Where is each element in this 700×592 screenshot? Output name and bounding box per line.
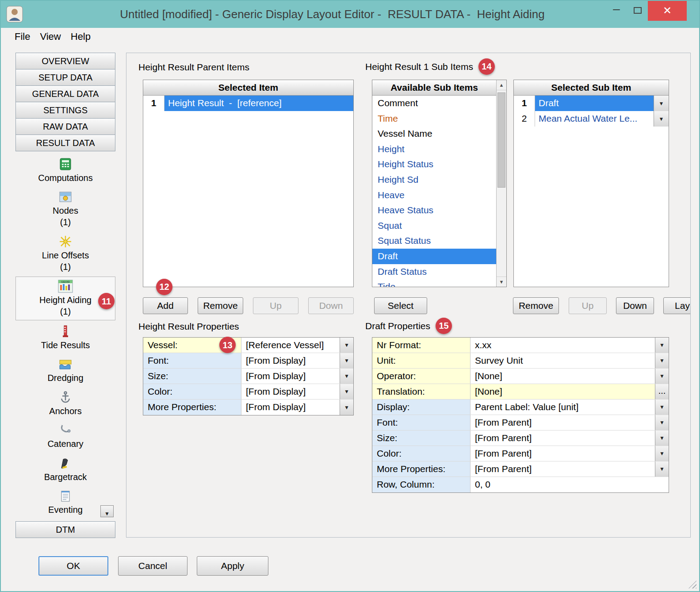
annotation-badge-11: 11 xyxy=(98,293,115,309)
dropdown-button[interactable] xyxy=(654,96,669,111)
tree-item-line-offsets[interactable]: Line Offsets (1) xyxy=(15,232,115,275)
down-sub-button[interactable]: Down xyxy=(616,297,654,314)
table-row[interactable]: 2 Mean Actual Water Le... xyxy=(514,111,669,127)
select-button[interactable]: Select xyxy=(374,297,427,314)
list-item[interactable]: Heave Status xyxy=(372,203,496,218)
row-value[interactable]: Mean Actual Water Le... xyxy=(535,111,654,127)
list-item-selected[interactable]: Draft xyxy=(372,249,496,264)
tree-item-eventing[interactable]: Eventing xyxy=(15,487,115,518)
remove-sub-button[interactable]: Remove xyxy=(513,297,559,314)
up-sub-button[interactable]: Up xyxy=(569,297,607,314)
dropdown-button[interactable] xyxy=(655,446,669,461)
add-button[interactable]: Add xyxy=(143,297,188,314)
layout-button[interactable]: Lay xyxy=(663,297,691,314)
scrollbar[interactable]: ▲ ▼ xyxy=(496,80,506,287)
sidebar-item-result-data[interactable]: RESULT DATA xyxy=(15,135,115,151)
dropdown-button[interactable] xyxy=(655,400,669,415)
tree-item-dredging[interactable]: Dredging xyxy=(15,355,115,386)
property-value[interactable]: Parent Label: Value [unit] xyxy=(470,400,655,415)
property-value[interactable]: [None] xyxy=(470,384,655,399)
dropdown-button[interactable] xyxy=(655,431,669,446)
dropdown-button[interactable] xyxy=(655,369,669,384)
cancel-button[interactable]: Cancel xyxy=(118,556,187,576)
apply-button[interactable]: Apply xyxy=(197,556,268,576)
window-title: Untitled [modified] - Generic Display La… xyxy=(54,8,611,21)
tree-item-catenary[interactable]: Catenary xyxy=(15,421,115,452)
property-value[interactable]: x.xx xyxy=(470,338,655,353)
property-row-font: Font: [From Display] xyxy=(143,353,353,369)
list-item[interactable]: Height Sd xyxy=(372,172,496,188)
property-value[interactable]: [Reference Vessel] xyxy=(241,338,340,353)
dropdown-button[interactable] xyxy=(340,353,353,368)
scroll-up-icon[interactable]: ▲ xyxy=(497,80,506,90)
tree-scroll-down-button[interactable] xyxy=(100,505,114,517)
tree-item-nodes[interactable]: Nodes (1) xyxy=(15,188,115,231)
sidebar-item-overview[interactable]: OVERVIEW xyxy=(15,53,115,69)
list-item[interactable]: Squat Status xyxy=(372,233,496,249)
property-value[interactable]: 0, 0 xyxy=(470,477,669,492)
tree-item-bargetrack[interactable]: Bargetrack xyxy=(15,454,115,485)
tree-item-computations[interactable]: Computations xyxy=(15,155,115,186)
row-value[interactable]: Draft xyxy=(535,96,654,111)
menu-help[interactable]: Help xyxy=(66,31,96,42)
table-row[interactable]: 1 Draft xyxy=(514,96,669,111)
sidebar-item-general-data[interactable]: GENERAL DATA xyxy=(15,85,115,102)
list-item[interactable]: Height xyxy=(372,142,496,157)
list-item[interactable]: Draft Status xyxy=(372,264,496,280)
dropdown-button[interactable] xyxy=(340,400,353,415)
property-label: Translation: xyxy=(372,384,470,399)
ok-button[interactable]: OK xyxy=(38,556,108,576)
property-value[interactable]: [From Display] xyxy=(241,384,340,399)
list-item[interactable]: Time xyxy=(372,111,496,127)
minimize-button[interactable]: – xyxy=(607,1,626,21)
tree-item-height-aiding[interactable]: GEOID Height Aiding (1) 11 xyxy=(15,277,115,320)
property-value[interactable]: [From Parent] xyxy=(470,415,655,430)
list-item[interactable]: Vessel Name xyxy=(372,126,496,142)
tree-item-tide-results[interactable]: Tide Results xyxy=(15,322,115,354)
up-button[interactable]: Up xyxy=(253,297,298,314)
maximize-button[interactable] xyxy=(628,1,647,21)
resize-grip[interactable] xyxy=(689,580,696,588)
property-value[interactable]: [From Display] xyxy=(241,369,340,384)
property-row-more-properties: More Properties: [From Parent] xyxy=(372,461,669,477)
menu-view[interactable]: View xyxy=(35,31,65,42)
scroll-down-icon[interactable]: ▼ xyxy=(497,277,506,287)
dropdown-button[interactable] xyxy=(654,111,669,127)
property-value[interactable]: [From Parent] xyxy=(470,446,655,461)
menu-file[interactable]: File xyxy=(10,31,35,42)
scrollbar-thumb[interactable] xyxy=(497,92,505,188)
down-button[interactable]: Down xyxy=(308,297,354,314)
sidebar-item-dtm[interactable]: DTM xyxy=(15,521,115,538)
parent-items-header: Selected Item xyxy=(143,80,353,96)
table-row[interactable]: 1 Height Result - [reference] xyxy=(143,96,353,111)
list-item[interactable]: Height Status xyxy=(372,157,496,172)
section-title-text: Height Result 1 Sub Items xyxy=(365,62,473,72)
dropdown-button[interactable] xyxy=(655,461,669,477)
list-item[interactable]: Tide xyxy=(372,279,496,287)
tree-item-anchors[interactable]: Anchors xyxy=(15,388,115,419)
property-value[interactable]: [From Display] xyxy=(241,400,340,415)
sidebar-item-settings[interactable]: SETTINGS xyxy=(15,102,115,119)
dropdown-button[interactable] xyxy=(655,353,669,368)
sidebar-item-setup-data[interactable]: SETUP DATA xyxy=(15,69,115,86)
property-value[interactable]: [From Display] xyxy=(241,353,340,368)
list-item[interactable]: Heave xyxy=(372,188,496,203)
dropdown-button[interactable] xyxy=(655,338,669,353)
property-value[interactable]: [None] xyxy=(470,369,655,384)
ellipsis-button[interactable]: ... xyxy=(655,384,669,399)
property-value[interactable]: [From Parent] xyxy=(470,461,655,477)
list-item[interactable]: Squat xyxy=(372,218,496,234)
list-item[interactable]: Comment xyxy=(372,96,496,111)
property-value[interactable]: Survey Unit xyxy=(470,353,655,368)
property-row-vessel: Vessel: 13 [Reference Vessel] xyxy=(143,338,353,353)
sidebar-item-raw-data[interactable]: RAW DATA xyxy=(15,118,115,135)
dropdown-button[interactable] xyxy=(340,338,353,353)
property-row-font: Font: [From Parent] xyxy=(372,415,669,431)
dropdown-button[interactable] xyxy=(340,369,353,384)
dropdown-button[interactable] xyxy=(340,384,353,399)
row-value[interactable]: Height Result - [reference] xyxy=(164,96,353,111)
remove-button[interactable]: Remove xyxy=(198,297,243,314)
dropdown-button[interactable] xyxy=(655,415,669,430)
property-value[interactable]: [From Parent] xyxy=(470,431,655,446)
close-button[interactable]: ✕ xyxy=(648,1,687,21)
